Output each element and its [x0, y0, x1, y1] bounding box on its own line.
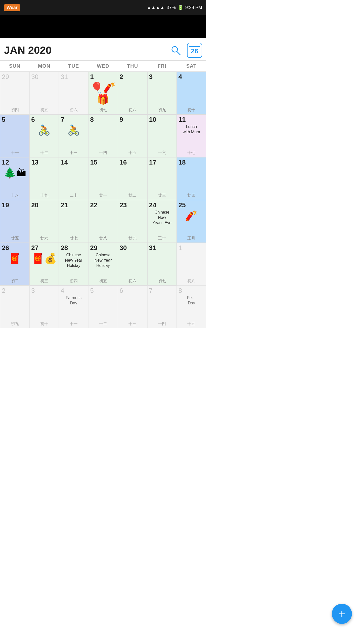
cell-date: 10 — [149, 116, 175, 123]
calendar-cell[interactable]: 12🌲🏔十八 — [0, 157, 29, 200]
status-bar: Wear ▲▲▲▲ 37% 🔋 9:28 PM — [0, 0, 206, 15]
calendar-cell[interactable]: 7十四 — [147, 286, 177, 328]
calendar-cell[interactable]: 21廿七 — [59, 200, 88, 243]
cell-lunar: 初六 — [61, 107, 86, 113]
calendar-cell[interactable]: 24Chinese New Year's Eve三十 — [147, 200, 177, 243]
cell-event: Chinese New Year's Eve — [149, 210, 175, 225]
cell-date: 26 — [2, 245, 28, 251]
cell-lunar: 十四 — [149, 321, 175, 327]
calendar-cell[interactable]: 4Farmer's Day十一 — [59, 286, 88, 328]
calendar-cell[interactable]: 23廿九 — [118, 200, 147, 243]
cell-lunar: 初十 — [178, 107, 204, 113]
cell-lunar: 初三 — [31, 278, 57, 284]
cell-date: 19 — [2, 202, 28, 208]
calendar-cell[interactable]: 1初八 — [177, 243, 206, 286]
calendar-cell[interactable]: 27🧧💰初三 — [29, 243, 59, 286]
calendar-cell[interactable]: 9十五 — [118, 114, 147, 157]
cell-emoji: 🚴 — [61, 124, 86, 136]
today-date-num: 26 — [191, 47, 198, 55]
today-icon-line — [189, 46, 200, 47]
calendar-cell[interactable]: 22廿八 — [88, 200, 118, 243]
notification-bar — [0, 15, 206, 38]
cell-lunar: 廿三 — [149, 193, 175, 198]
cell-date: 2 — [2, 287, 28, 294]
cell-lunar: 十四 — [90, 150, 116, 155]
cell-date: 15 — [90, 159, 116, 166]
cell-emoji: 🚴 — [31, 124, 57, 136]
cell-lunar: 十一 — [2, 150, 28, 155]
cell-emoji: 🌲🏔 — [2, 167, 28, 179]
status-right: ▲▲▲▲ 37% 🔋 9:28 PM — [147, 5, 202, 10]
calendar-cell[interactable]: 1🎈🧨🎁初七 — [88, 72, 118, 114]
cell-date: 12 — [2, 159, 28, 166]
cell-lunar: 初九 — [2, 321, 28, 327]
calendar-cell[interactable]: 4初十 — [177, 72, 206, 114]
today-button[interactable]: 26 — [187, 43, 202, 58]
cell-date: 29 — [2, 73, 28, 80]
calendar-cell[interactable]: 5十一 — [0, 114, 29, 157]
calendar-cell[interactable]: 13十九 — [29, 157, 59, 200]
calendar-cell[interactable]: 3初九 — [147, 72, 177, 114]
cell-date: 3 — [31, 287, 57, 294]
day-header-fri: FRI — [147, 61, 177, 71]
cell-lunar: 廿八 — [90, 236, 116, 241]
calendar-cell[interactable]: 25🧨正月 — [177, 200, 206, 243]
cell-date: 17 — [149, 159, 175, 166]
cell-date: 25 — [178, 202, 204, 208]
calendar-cell[interactable]: 14二十 — [59, 157, 88, 200]
calendar-cell[interactable]: 3初十 — [29, 286, 59, 328]
cell-lunar: 初六 — [120, 278, 146, 284]
cell-date: 30 — [120, 245, 146, 251]
cell-lunar: 初八 — [178, 278, 204, 284]
calendar-cell[interactable]: 16廿二 — [118, 157, 147, 200]
calendar-cell[interactable]: 8Fe… Day十五 — [177, 286, 206, 328]
cell-date: 4 — [178, 73, 204, 80]
calendar-cell[interactable]: 8十四 — [88, 114, 118, 157]
calendar-cell[interactable]: 19廿五 — [0, 200, 29, 243]
calendar-cell[interactable]: 2初八 — [118, 72, 147, 114]
cell-date: 4 — [61, 287, 86, 294]
cell-lunar: 廿一 — [90, 193, 116, 198]
calendar-cell[interactable]: 30初六 — [118, 243, 147, 286]
calendar-cell[interactable]: 6🚴十二 — [29, 114, 59, 157]
calendar-cell[interactable]: 20廿六 — [29, 200, 59, 243]
cell-date: 5 — [90, 287, 116, 294]
calendar-cell[interactable]: 10十六 — [147, 114, 177, 157]
calendar-cell[interactable]: 18廿四 — [177, 157, 206, 200]
calendar-cell[interactable]: 31初六 — [59, 72, 88, 114]
search-button[interactable] — [169, 44, 182, 57]
calendar-header: JAN 2020 26 — [0, 38, 206, 60]
calendar-cell[interactable]: 28Chinese New Year Holiday初四 — [59, 243, 88, 286]
cell-date: 23 — [120, 202, 146, 208]
calendar-cell[interactable]: 29初四 — [0, 72, 29, 114]
cell-date: 14 — [61, 159, 86, 166]
cell-lunar: 十二 — [90, 321, 116, 327]
calendar-cell[interactable]: 5十二 — [88, 286, 118, 328]
wear-label: Wear — [4, 4, 20, 11]
cell-lunar: 初二 — [2, 278, 28, 284]
calendar-cell[interactable]: 17廿三 — [147, 157, 177, 200]
calendar-cell[interactable]: 7🚴十三 — [59, 114, 88, 157]
cell-date: 30 — [31, 73, 57, 80]
calendar-cell[interactable]: 31初七 — [147, 243, 177, 286]
cell-lunar: 廿四 — [178, 193, 204, 198]
calendar-cell[interactable]: 29Chinese New Year Holiday初五 — [88, 243, 118, 286]
cell-date: 20 — [31, 202, 57, 208]
cell-lunar: 十八 — [2, 193, 28, 198]
cell-date: 29 — [90, 245, 116, 251]
calendar-cell[interactable]: 26🧧初二 — [0, 243, 29, 286]
calendar-cell[interactable]: 6十三 — [118, 286, 147, 328]
svg-point-0 — [172, 47, 177, 52]
cell-lunar: 廿九 — [120, 236, 146, 241]
cell-lunar: 初七 — [90, 107, 116, 113]
calendar-cell[interactable]: 11Lunch with Mum十七 — [177, 114, 206, 157]
cell-date: 9 — [120, 116, 146, 123]
cell-lunar: 十九 — [31, 193, 57, 198]
calendar-cell[interactable]: 2初九 — [0, 286, 29, 328]
cell-lunar: 初四 — [61, 278, 86, 284]
cell-event: Chinese New Year Holiday — [61, 253, 86, 268]
calendar-cell[interactable]: 30初五 — [29, 72, 59, 114]
cell-date: 28 — [61, 245, 86, 251]
cell-date: 8 — [90, 116, 116, 123]
calendar-cell[interactable]: 15廿一 — [88, 157, 118, 200]
